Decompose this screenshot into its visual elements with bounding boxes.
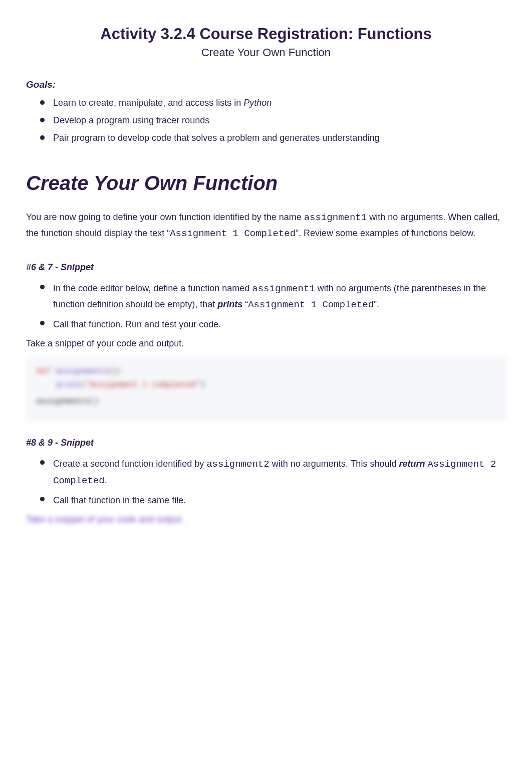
code-keyword: def [36, 367, 51, 376]
snippet-label: #6 & 7 - Snippet [26, 262, 506, 273]
page-subtitle: Create Your Own Function [26, 46, 506, 59]
code-inline: Assignment 1 Completed [170, 228, 296, 239]
code-function: assignment1 [55, 367, 108, 376]
intro-paragraph: You are now going to define your own fun… [26, 210, 506, 242]
task-text: . [105, 475, 107, 485]
list-item: Develop a program using tracer rounds [38, 112, 506, 129]
task-text: “ [242, 299, 248, 309]
code-line: print("Assignment 1 completed") [36, 378, 496, 392]
take-snippet-blurred: Take a snippet of your code and output. [26, 514, 506, 525]
code-line: def assignment1(): [36, 365, 496, 378]
list-item: In the code editor below, define a funct… [38, 279, 506, 315]
list-item: Call that function in the same file. [38, 491, 506, 510]
code-string: "Assignment 1 completed" [85, 380, 200, 389]
task-list: In the code editor below, define a funct… [26, 279, 506, 334]
code-block: def assignment1(): print("Assignment 1 c… [26, 358, 506, 421]
take-snippet-text: Take a snippet of your code and output. [26, 338, 506, 349]
task-text: ”. [374, 299, 379, 309]
goals-label: Goals: [26, 79, 506, 90]
task-text: Create a second function identified by [53, 459, 206, 469]
code-line: assignment1() [36, 395, 496, 409]
goal-italic: Python [243, 98, 272, 108]
intro-text: . Review some examples of functions belo… [299, 228, 475, 238]
task-text: In the code editor below, define a funct… [53, 283, 252, 293]
code-inline: assignment1 [304, 212, 367, 223]
code-plain: assignment1() [36, 397, 99, 406]
code-plain: (): [108, 367, 123, 376]
code-plain: ( [80, 380, 85, 389]
page-title: Activity 3.2.4 Course Registration: Func… [26, 25, 506, 43]
goals-list: Learn to create, manipulate, and access … [26, 94, 506, 147]
code-plain: ) [200, 380, 205, 389]
snippet-label: #8 & 9 - Snippet [26, 438, 506, 448]
task-text: with no arguments. This should [270, 459, 399, 469]
task-bold: prints [217, 299, 242, 309]
code-function: print [56, 380, 80, 389]
task-list: Create a second function identified by a… [26, 454, 506, 510]
list-item: Create a second function identified by a… [38, 454, 506, 491]
intro-text: You are now going to define your own fun… [26, 212, 304, 222]
code-inline: assignment2 [206, 459, 269, 470]
section-heading: Create Your Own Function [26, 172, 506, 194]
code-inline: assignment1 [252, 283, 315, 294]
list-item: Learn to create, manipulate, and access … [38, 94, 506, 112]
task-bold: return [399, 459, 425, 469]
list-item: Call that function. Run and test your co… [38, 315, 506, 334]
list-item: Pair program to develop code that solves… [38, 129, 506, 147]
code-inline: Assignment 1 Completed [248, 299, 374, 310]
goal-text: Learn to create, manipulate, and access … [53, 98, 243, 108]
